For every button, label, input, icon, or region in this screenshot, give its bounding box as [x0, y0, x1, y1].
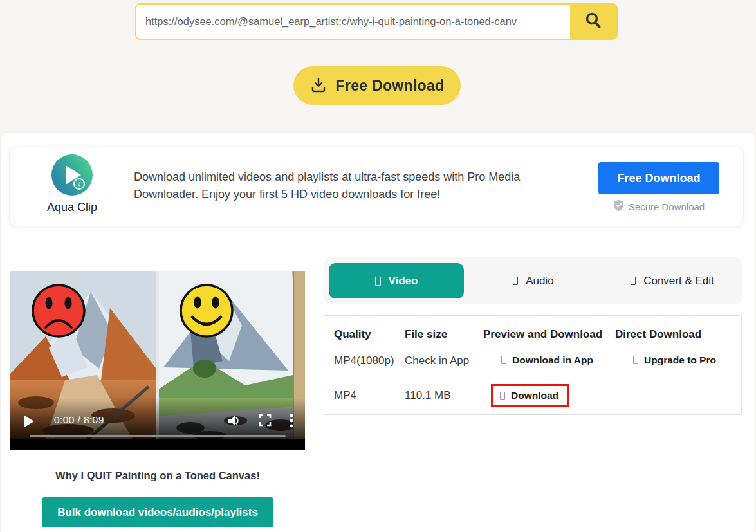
free-download-label: Free Download [336, 77, 445, 95]
download-icon [500, 392, 505, 400]
video-icon [375, 277, 381, 286]
tab-video-label: Video [389, 275, 418, 288]
secure-download-label: Secure Download [629, 201, 705, 212]
download-link[interactable]: Download [500, 390, 558, 401]
table-row: MP4 110.1 MB Download [334, 381, 739, 410]
video-title: Why I QUIT Painting on a Toned Canvas! [10, 470, 305, 482]
table-header-row: Quality File size Preview and Download D… [334, 325, 739, 344]
pro-icon [633, 356, 638, 364]
time-display: 0:00 / 8:09 [54, 414, 104, 426]
format-tabbar: Video Audio Convert & Edit [324, 257, 742, 304]
page: Free Download ↓ Aqua Clip Download unlim… [0, 0, 756, 532]
download-icon [501, 356, 506, 364]
download-table: Quality File size Preview and Download D… [324, 315, 742, 415]
play-icon[interactable] [24, 416, 34, 427]
video-player[interactable]: 0:00 / 8:09 [10, 271, 305, 450]
audio-icon [513, 277, 518, 285]
tab-convert-edit[interactable]: Convert & Edit [603, 275, 742, 288]
app-name: Aqua Clip [37, 201, 107, 214]
tab-video[interactable]: Video [329, 263, 464, 298]
download-badge-icon: ↓ [73, 178, 85, 190]
shield-check-icon [613, 199, 624, 214]
download-highlight-box: Download [491, 384, 569, 407]
convert-icon [631, 277, 636, 285]
file-size-cell: 110.1 MB [405, 389, 483, 402]
header-preview-download: Preview and Download [483, 328, 615, 341]
fullscreen-icon[interactable] [259, 414, 272, 429]
quality-cell: MP4 [334, 389, 405, 402]
speaker-icon[interactable] [226, 414, 241, 430]
header-direct-download: Direct Download [615, 328, 739, 341]
download-tray-icon [310, 77, 327, 95]
promo-description: Download unlimited videos and playlists … [134, 169, 571, 203]
progress-bar[interactable] [30, 435, 286, 437]
player-controls: 0:00 / 8:09 [10, 414, 305, 429]
tab-convert-edit-label: Convert & Edit [643, 275, 714, 288]
table-row: MP4(1080p) Check in App Download in App … [334, 349, 739, 372]
file-size-cell: Check in App [405, 354, 483, 367]
play-circle-gradient-icon: ↓ [51, 154, 93, 196]
header-file-size: File size [405, 328, 483, 341]
app-logo: ↓ Aqua Clip [37, 154, 107, 214]
quality-cell: MP4(1080p) [334, 354, 405, 367]
bulk-download-button[interactable]: Bulk download videos/audios/playlists [42, 497, 273, 527]
upgrade-to-pro-link[interactable]: Upgrade to Pro [633, 354, 716, 366]
tab-audio[interactable]: Audio [464, 275, 603, 288]
free-download-button[interactable]: Free Download [293, 66, 461, 105]
secure-download-row: Secure Download [598, 199, 719, 214]
url-search-bar [135, 3, 618, 40]
download-in-app-link[interactable]: Download in App [501, 354, 593, 366]
url-input[interactable] [136, 5, 570, 39]
promo-free-download-button[interactable]: Free Download [598, 162, 719, 194]
vertical-dots-icon[interactable] [290, 414, 293, 430]
tab-audio-label: Audio [526, 275, 553, 288]
search-button[interactable] [570, 5, 616, 39]
header-quality: Quality [334, 328, 405, 341]
search-icon [584, 11, 603, 32]
